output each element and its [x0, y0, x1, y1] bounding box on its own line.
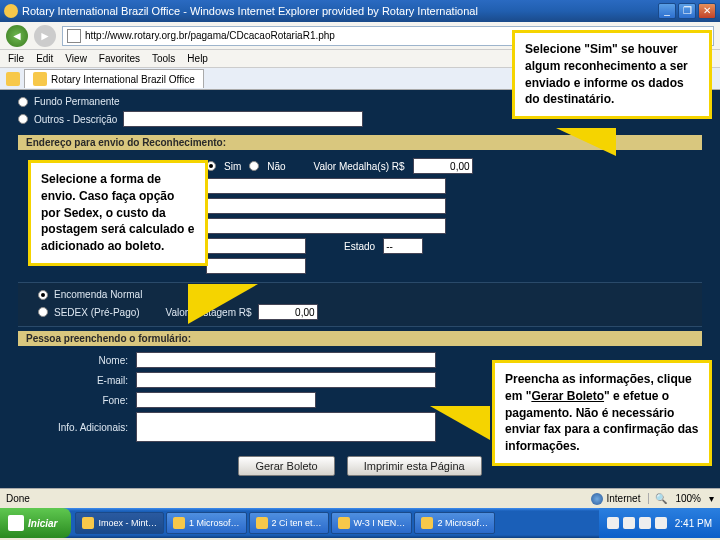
section-pessoa: Pessoa preenchendo o formulário: — [18, 331, 702, 346]
maximize-button[interactable]: ❐ — [678, 3, 696, 19]
zoom-dropdown-icon[interactable]: ▾ — [709, 493, 714, 504]
callout-envio: Selecione a forma de envio. Caso faça op… — [28, 160, 208, 266]
label-info: Info. Adicionais: — [18, 422, 128, 433]
label-valor-medalha: Valor Medalha(s) R$ — [314, 161, 405, 172]
task-item[interactable]: W-3 I NEN… — [331, 512, 413, 534]
window-title: Rotary International Brazil Office - Win… — [22, 5, 658, 17]
favorites-icon[interactable] — [6, 72, 20, 86]
windows-icon — [8, 515, 24, 531]
select-estado[interactable]: -- — [383, 238, 423, 254]
app-icon — [4, 4, 18, 18]
radio-nao[interactable] — [249, 161, 259, 171]
label-outros: Outros - Descrição — [34, 114, 117, 125]
menu-favorites[interactable]: Favorites — [99, 53, 140, 64]
label-fundo: Fundo Permanente — [34, 96, 120, 107]
task-icon — [421, 517, 433, 529]
menu-tools[interactable]: Tools — [152, 53, 175, 64]
task-icon — [82, 517, 94, 529]
status-text: Done — [6, 493, 30, 504]
input-dest-2[interactable] — [206, 198, 446, 214]
label-sim: Sim — [224, 161, 241, 172]
zoom-level[interactable]: 100% — [675, 493, 701, 504]
input-valor-medalha[interactable]: 0,00 — [413, 158, 473, 174]
system-tray[interactable]: 2:41 PM — [599, 508, 720, 538]
input-dest-1[interactable] — [206, 178, 446, 194]
task-icon — [256, 517, 268, 529]
input-dest-5[interactable] — [206, 258, 306, 274]
forward-button[interactable]: ► — [34, 25, 56, 47]
task-icon — [173, 517, 185, 529]
radio-fundo[interactable] — [18, 97, 28, 107]
menu-view[interactable]: View — [65, 53, 87, 64]
callout-sim: Selecione "Sim" se houver algum reconhec… — [512, 30, 712, 119]
browser-tab[interactable]: Rotary International Brazil Office — [24, 69, 204, 88]
label-fone: Fone: — [18, 395, 128, 406]
task-item[interactable]: Imoex - Mint… — [75, 512, 164, 534]
input-info[interactable] — [136, 412, 436, 442]
radio-sedex[interactable] — [38, 307, 48, 317]
radio-encomenda[interactable] — [38, 290, 48, 300]
imprimir-button[interactable]: Imprimir esta Página — [347, 456, 482, 476]
input-nome[interactable] — [136, 352, 436, 368]
radio-outros[interactable] — [18, 114, 28, 124]
close-button[interactable]: ✕ — [698, 3, 716, 19]
task-item[interactable]: 1 Microsof… — [166, 512, 247, 534]
task-item[interactable]: 2 Microsof… — [414, 512, 495, 534]
tray-icon[interactable] — [623, 517, 635, 529]
label-nao: Não — [267, 161, 285, 172]
input-outros[interactable] — [123, 111, 363, 127]
menu-edit[interactable]: Edit — [36, 53, 53, 64]
clock[interactable]: 2:41 PM — [675, 518, 712, 529]
status-bar: Done Internet 🔍 100% ▾ — [0, 488, 720, 508]
taskbar-tasks: Imoex - Mint… 1 Microsof… 2 Ci ten et… W… — [71, 512, 598, 534]
label-email: E-mail: — [18, 375, 128, 386]
security-zone[interactable]: Internet — [591, 493, 641, 505]
input-valor-postagem[interactable]: 0,00 — [258, 304, 318, 320]
label-encomenda: Encomenda Normal — [54, 289, 142, 300]
task-icon — [338, 517, 350, 529]
tab-label: Rotary International Brazil Office — [51, 74, 195, 85]
label-nome: Nome: — [18, 355, 128, 366]
page-icon — [67, 29, 81, 43]
menu-help[interactable]: Help — [187, 53, 208, 64]
taskbar: Iniciar Imoex - Mint… 1 Microsof… 2 Ci t… — [0, 508, 720, 538]
menu-file[interactable]: File — [8, 53, 24, 64]
minimize-button[interactable]: _ — [658, 3, 676, 19]
input-dest-4[interactable] — [206, 238, 306, 254]
tab-favicon — [33, 72, 47, 86]
input-dest-3[interactable] — [206, 218, 446, 234]
start-button[interactable]: Iniciar — [0, 508, 71, 538]
tray-icon[interactable] — [655, 517, 667, 529]
internet-icon — [591, 493, 603, 505]
gerar-boleto-button[interactable]: Gerar Boleto — [238, 456, 334, 476]
window-titlebar: Rotary International Brazil Office - Win… — [0, 0, 720, 22]
label-sedex: SEDEX (Pré-Pago) — [54, 307, 140, 318]
label-estado: Estado — [344, 241, 375, 252]
tray-icon[interactable] — [639, 517, 651, 529]
back-button[interactable]: ◄ — [6, 25, 28, 47]
task-item[interactable]: 2 Ci ten et… — [249, 512, 329, 534]
callout-preencha: Preencha as informações, clique em "Gera… — [492, 360, 712, 466]
tray-icon[interactable] — [607, 517, 619, 529]
input-email[interactable] — [136, 372, 436, 388]
input-fone[interactable] — [136, 392, 316, 408]
